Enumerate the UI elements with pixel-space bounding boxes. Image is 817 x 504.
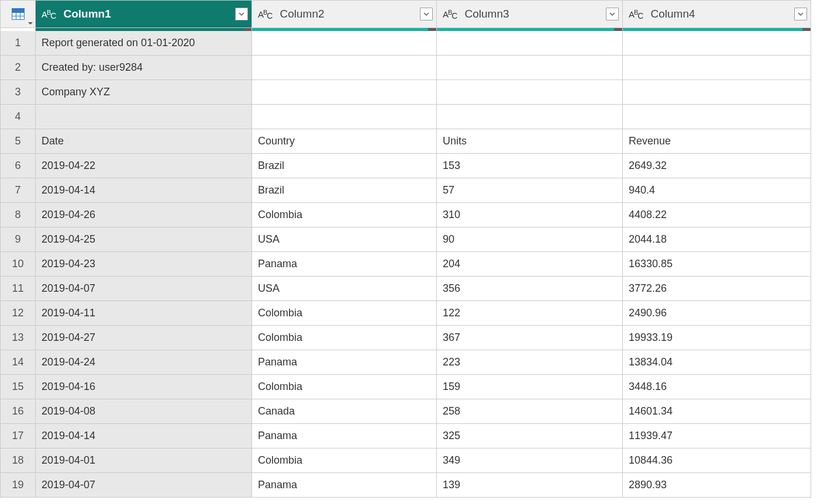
row-number[interactable]: 7 bbox=[1, 178, 36, 203]
cell[interactable]: 325 bbox=[437, 424, 623, 448]
column-header-4[interactable]: ABCColumn4 bbox=[623, 0, 811, 28]
cell[interactable]: Canada bbox=[252, 399, 437, 424]
cell[interactable]: Units bbox=[437, 129, 623, 154]
cell[interactable]: Company XYZ bbox=[36, 80, 252, 105]
cell[interactable]: 2019-04-16 bbox=[36, 375, 252, 399]
cell[interactable]: Colombia bbox=[252, 448, 437, 473]
cell[interactable]: 2019-04-07 bbox=[36, 277, 252, 301]
cell[interactable]: 16330.85 bbox=[623, 252, 811, 277]
row-number[interactable]: 11 bbox=[1, 277, 36, 301]
cell[interactable]: 258 bbox=[437, 399, 623, 424]
cell[interactable]: 2019-04-24 bbox=[36, 350, 252, 375]
cell[interactable]: 349 bbox=[437, 448, 623, 473]
cell[interactable]: 2019-04-26 bbox=[36, 203, 252, 227]
cell[interactable]: 2019-04-22 bbox=[36, 154, 252, 178]
cell[interactable]: 204 bbox=[437, 252, 623, 277]
cell[interactable] bbox=[252, 80, 437, 105]
cell[interactable]: 367 bbox=[437, 326, 623, 350]
cell[interactable]: 3448.16 bbox=[623, 375, 811, 399]
cell[interactable]: Date bbox=[36, 129, 252, 154]
cell[interactable]: 2490.96 bbox=[623, 301, 811, 326]
row-number[interactable]: 10 bbox=[1, 252, 36, 277]
filter-dropdown-button[interactable] bbox=[235, 8, 248, 20]
cell[interactable]: 10844.36 bbox=[623, 448, 811, 473]
cell[interactable] bbox=[437, 31, 623, 56]
row-number[interactable]: 4 bbox=[1, 105, 36, 129]
cell[interactable]: 2019-04-14 bbox=[36, 424, 252, 448]
cell[interactable]: Report generated on 01-01-2020 bbox=[36, 31, 252, 56]
cell[interactable] bbox=[623, 105, 811, 129]
cell[interactable]: 57 bbox=[437, 178, 623, 203]
column-header-2[interactable]: ABCColumn2 bbox=[252, 0, 437, 28]
cell[interactable]: Created by: user9284 bbox=[36, 56, 252, 80]
select-all-corner[interactable] bbox=[1, 0, 36, 28]
cell[interactable]: 2019-04-08 bbox=[36, 399, 252, 424]
cell[interactable]: 940.4 bbox=[623, 178, 811, 203]
row-number[interactable]: 3 bbox=[1, 80, 36, 105]
cell[interactable]: 90 bbox=[437, 227, 623, 252]
cell[interactable]: Panama bbox=[252, 424, 437, 448]
cell[interactable]: 223 bbox=[437, 350, 623, 375]
cell[interactable]: Colombia bbox=[252, 203, 437, 227]
row-number[interactable]: 1 bbox=[1, 31, 36, 56]
cell[interactable]: 2019-04-25 bbox=[36, 227, 252, 252]
cell[interactable]: 2019-04-01 bbox=[36, 448, 252, 473]
cell[interactable]: 153 bbox=[437, 154, 623, 178]
cell[interactable]: Colombia bbox=[252, 301, 437, 326]
cell[interactable]: 122 bbox=[437, 301, 623, 326]
cell[interactable]: 139 bbox=[437, 473, 623, 498]
column-header-3[interactable]: ABCColumn3 bbox=[437, 0, 623, 28]
row-number[interactable]: 12 bbox=[1, 301, 36, 326]
filter-dropdown-button[interactable] bbox=[420, 8, 433, 20]
cell[interactable]: 2890.93 bbox=[623, 473, 811, 498]
row-number[interactable]: 9 bbox=[1, 227, 36, 252]
cell[interactable]: Panama bbox=[252, 252, 437, 277]
cell[interactable]: 2019-04-23 bbox=[36, 252, 252, 277]
cell[interactable]: Brazil bbox=[252, 178, 437, 203]
row-number[interactable]: 16 bbox=[1, 399, 36, 424]
cell[interactable]: USA bbox=[252, 277, 437, 301]
row-number[interactable]: 19 bbox=[1, 473, 36, 498]
cell[interactable] bbox=[437, 105, 623, 129]
cell[interactable]: USA bbox=[252, 227, 437, 252]
row-number[interactable]: 8 bbox=[1, 203, 36, 227]
cell[interactable]: Country bbox=[252, 129, 437, 154]
cell[interactable]: 3772.26 bbox=[623, 277, 811, 301]
cell[interactable]: Panama bbox=[252, 350, 437, 375]
cell[interactable]: Colombia bbox=[252, 375, 437, 399]
cell[interactable]: Colombia bbox=[252, 326, 437, 350]
cell[interactable]: 2019-04-27 bbox=[36, 326, 252, 350]
cell[interactable] bbox=[623, 56, 811, 80]
cell[interactable] bbox=[437, 56, 623, 80]
row-number[interactable]: 14 bbox=[1, 350, 36, 375]
cell[interactable]: 14601.34 bbox=[623, 399, 811, 424]
column-header-1[interactable]: ABCColumn1 bbox=[36, 0, 252, 28]
cell[interactable]: 356 bbox=[437, 277, 623, 301]
cell[interactable] bbox=[36, 105, 252, 129]
cell[interactable]: Brazil bbox=[252, 154, 437, 178]
row-number[interactable]: 18 bbox=[1, 448, 36, 473]
cell[interactable]: 2649.32 bbox=[623, 154, 811, 178]
cell[interactable]: 4408.22 bbox=[623, 203, 811, 227]
cell[interactable]: 2019-04-11 bbox=[36, 301, 252, 326]
cell[interactable]: 2019-04-14 bbox=[36, 178, 252, 203]
cell[interactable] bbox=[252, 56, 437, 80]
cell[interactable]: Panama bbox=[252, 473, 437, 498]
row-number[interactable]: 15 bbox=[1, 375, 36, 399]
cell[interactable] bbox=[252, 31, 437, 56]
cell[interactable]: Revenue bbox=[623, 129, 811, 154]
cell[interactable]: 11939.47 bbox=[623, 424, 811, 448]
cell[interactable] bbox=[623, 31, 811, 56]
cell[interactable]: 159 bbox=[437, 375, 623, 399]
filter-dropdown-button[interactable] bbox=[794, 8, 807, 20]
row-number[interactable]: 5 bbox=[1, 129, 36, 154]
cell[interactable]: 310 bbox=[437, 203, 623, 227]
row-number[interactable]: 2 bbox=[1, 56, 36, 80]
cell[interactable] bbox=[252, 105, 437, 129]
filter-dropdown-button[interactable] bbox=[606, 8, 619, 20]
cell[interactable]: 2044.18 bbox=[623, 227, 811, 252]
row-number[interactable]: 17 bbox=[1, 424, 36, 448]
cell[interactable] bbox=[623, 80, 811, 105]
row-number[interactable]: 6 bbox=[1, 154, 36, 178]
cell[interactable]: 19933.19 bbox=[623, 326, 811, 350]
